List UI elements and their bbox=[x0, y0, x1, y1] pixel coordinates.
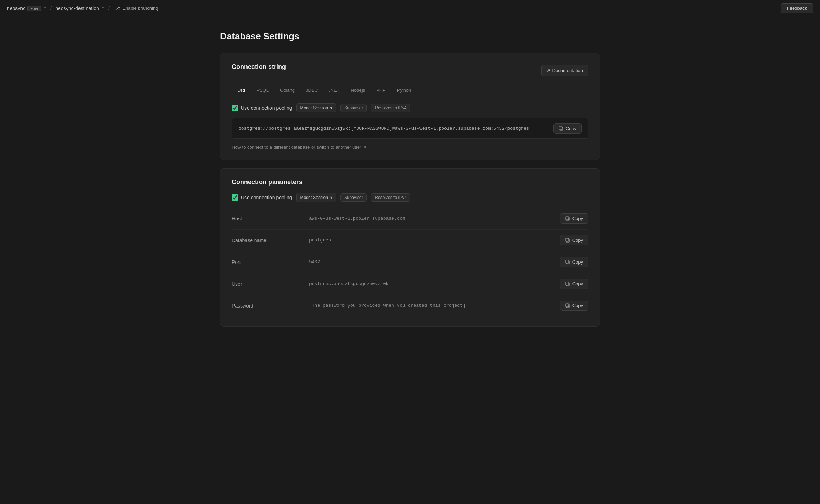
nav-project-chevron-icon: ⌃ bbox=[101, 6, 105, 11]
copy-database-name-button[interactable]: Copy bbox=[560, 235, 588, 245]
branch-icon: ⎇ bbox=[115, 6, 120, 11]
param-actions-password: Copy bbox=[555, 301, 588, 311]
param-row-port: Port 5432 Copy bbox=[232, 251, 588, 273]
nav-left: neosync Free ⌃ / neosync-destination ⌃ /… bbox=[7, 5, 781, 12]
copy-icon-password bbox=[565, 303, 570, 308]
svg-rect-5 bbox=[566, 238, 569, 241]
expand-row[interactable]: How to connect to a different database o… bbox=[232, 144, 588, 150]
copy-host-button[interactable]: Copy bbox=[560, 213, 588, 224]
params-pooling-checkbox[interactable] bbox=[232, 194, 238, 201]
nav-sep-1: / bbox=[50, 5, 52, 12]
pooling-checkbox[interactable] bbox=[232, 105, 238, 111]
param-value-user: postgres.aaeazfsgucgdznwvzjwk bbox=[309, 281, 555, 286]
tab-dotnet[interactable]: .NET bbox=[323, 85, 345, 96]
tab-python[interactable]: Python bbox=[391, 85, 417, 96]
svg-rect-11 bbox=[566, 304, 569, 307]
connection-params-title: Connection parameters bbox=[232, 179, 588, 186]
nav-org[interactable]: neosync bbox=[7, 6, 25, 11]
documentation-button[interactable]: ↗ Documentation bbox=[541, 65, 588, 76]
copy-icon bbox=[559, 126, 564, 131]
param-label-host: Host bbox=[232, 216, 309, 221]
svg-rect-7 bbox=[566, 260, 569, 263]
connection-tabs: URI PSQL Golang JDBC .NET Nodejs PHP Pyt… bbox=[232, 85, 588, 96]
tab-php[interactable]: PHP bbox=[371, 85, 391, 96]
page-title: Database Settings bbox=[220, 31, 600, 42]
mode-select[interactable]: Mode: Session ▾ bbox=[296, 103, 336, 112]
param-row-database-name: Database name postgres Copy bbox=[232, 229, 588, 251]
nav-branch[interactable]: ⎇ Enable branching bbox=[115, 6, 158, 11]
svg-rect-3 bbox=[566, 217, 569, 220]
svg-rect-1 bbox=[559, 127, 562, 130]
expand-label: How to connect to a different database o… bbox=[232, 144, 361, 150]
feedback-button[interactable]: Feedback bbox=[781, 3, 813, 13]
param-actions-port: Copy bbox=[555, 257, 588, 267]
params-mode-label: Mode: Session bbox=[300, 195, 328, 200]
mode-label: Mode: Session bbox=[300, 105, 328, 110]
param-row-user: User postgres.aaeazfsgucgdznwvzjwk Copy bbox=[232, 273, 588, 295]
copy-icon-host bbox=[565, 216, 570, 221]
param-label-database-name: Database name bbox=[232, 238, 309, 243]
param-actions-user: Copy bbox=[555, 279, 588, 289]
param-value-password: [The password you provided when you crea… bbox=[309, 303, 555, 308]
expand-chevron-icon: ▾ bbox=[364, 144, 366, 150]
params-mode-select[interactable]: Mode: Session ▾ bbox=[296, 193, 336, 202]
tab-golang[interactable]: Golang bbox=[274, 85, 300, 96]
param-label-port: Port bbox=[232, 259, 309, 265]
connection-string-header: Connection string ↗ Documentation bbox=[232, 63, 588, 78]
connection-string-value: postgres://postgres.aaeazfsgucgdznwvzjwk… bbox=[238, 126, 529, 131]
supavisor-badge: Supavisor bbox=[340, 104, 367, 112]
tab-uri[interactable]: URI bbox=[232, 85, 251, 96]
nav-sep-2: / bbox=[108, 5, 110, 12]
params-resolves-ipv4-badge: Resolves to IPv4 bbox=[371, 193, 410, 202]
connection-params-card: Connection parameters Use connection poo… bbox=[220, 168, 600, 327]
params-mode-chevron-icon: ▾ bbox=[330, 195, 332, 200]
tab-jdbc[interactable]: JDBC bbox=[300, 85, 323, 96]
topnav: neosync Free ⌃ / neosync-destination ⌃ /… bbox=[0, 0, 820, 17]
param-actions-host: Copy bbox=[555, 213, 588, 224]
nav-branch-label: Enable branching bbox=[122, 6, 158, 11]
resolves-ipv4-badge: Resolves to IPv4 bbox=[371, 104, 410, 112]
copy-password-button[interactable]: Copy bbox=[560, 301, 588, 311]
copy-label-host: Copy bbox=[572, 216, 583, 221]
pooling-label: Use connection pooling bbox=[241, 105, 292, 111]
pooling-checkbox-wrap[interactable]: Use connection pooling bbox=[232, 105, 292, 111]
copy-label-user: Copy bbox=[572, 281, 583, 286]
param-row-host: Host aws-0-us-west-1.pooler.supabase.com… bbox=[232, 208, 588, 229]
params-pooling-checkbox-wrap[interactable]: Use connection pooling bbox=[232, 194, 292, 201]
tab-nodejs[interactable]: Nodejs bbox=[345, 85, 371, 96]
connection-string-card: Connection string ↗ Documentation URI PS… bbox=[220, 53, 600, 160]
connection-string-title: Connection string bbox=[232, 63, 286, 71]
svg-rect-9 bbox=[566, 282, 569, 285]
connection-string-code-row: postgres://postgres.aaeazfsgucgdznwvzjwk… bbox=[232, 118, 588, 139]
param-value-host: aws-0-us-west-1.pooler.supabase.com bbox=[309, 216, 555, 221]
doc-button-label: Documentation bbox=[552, 68, 583, 73]
nav-badge: Free bbox=[27, 6, 41, 11]
param-actions-database-name: Copy bbox=[555, 235, 588, 245]
mode-chevron-icon: ▾ bbox=[330, 105, 332, 110]
param-row-password: Password [The password you provided when… bbox=[232, 295, 588, 316]
connection-params-pooling-row: Use connection pooling Mode: Session ▾ S… bbox=[232, 193, 588, 202]
copy-user-button[interactable]: Copy bbox=[560, 279, 588, 289]
copy-label: Copy bbox=[566, 126, 576, 131]
params-list: Host aws-0-us-west-1.pooler.supabase.com… bbox=[232, 208, 588, 316]
param-value-port: 5432 bbox=[309, 259, 555, 265]
tab-psql[interactable]: PSQL bbox=[251, 85, 274, 96]
main-content: Database Settings Connection string ↗ Do… bbox=[199, 17, 621, 349]
copy-icon-user bbox=[565, 282, 570, 286]
copy-label-password: Copy bbox=[572, 303, 583, 308]
copy-icon-port bbox=[565, 260, 570, 265]
copy-icon-database-name bbox=[565, 238, 570, 243]
params-pooling-label: Use connection pooling bbox=[241, 195, 292, 200]
param-label-password: Password bbox=[232, 303, 309, 309]
copy-label-port: Copy bbox=[572, 259, 583, 265]
copy-connection-string-button[interactable]: Copy bbox=[553, 123, 582, 134]
copy-port-button[interactable]: Copy bbox=[560, 257, 588, 267]
copy-label-database-name: Copy bbox=[572, 238, 583, 243]
nav-org-chevron-icon: ⌃ bbox=[43, 6, 47, 11]
connection-string-pooling-row: Use connection pooling Mode: Session ▾ S… bbox=[232, 103, 588, 112]
param-value-database-name: postgres bbox=[309, 238, 555, 243]
external-link-icon: ↗ bbox=[546, 68, 550, 73]
param-label-user: User bbox=[232, 281, 309, 287]
params-supavisor-badge: Supavisor bbox=[340, 193, 367, 202]
nav-project[interactable]: neosync-destination bbox=[55, 6, 99, 11]
